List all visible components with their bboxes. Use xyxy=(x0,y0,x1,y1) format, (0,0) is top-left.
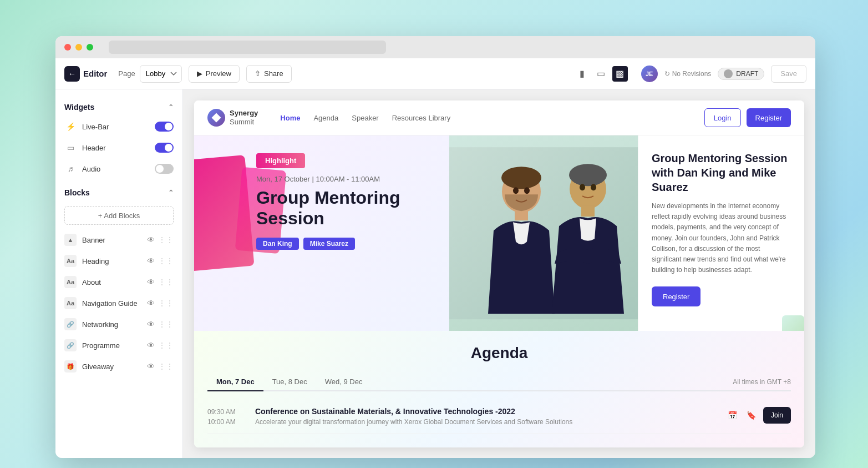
revisions-icon: ↻ xyxy=(664,70,670,78)
heading-block-label: Heading xyxy=(82,257,109,265)
desktop-icon[interactable]: ▩ xyxy=(612,66,628,82)
svg-point-5 xyxy=(524,187,530,194)
minimize-button[interactable] xyxy=(75,44,82,51)
agenda-tabs: Mon, 7 Dec Tue, 8 Dec Wed, 9 Dec All tim… xyxy=(207,373,791,391)
preview-label: Preview xyxy=(206,69,231,78)
agenda-tab-mon[interactable]: Mon, 7 Dec xyxy=(207,373,263,391)
networking-visibility-icon[interactable]: 👁 xyxy=(147,320,155,329)
audio-toggle[interactable] xyxy=(155,164,174,174)
bookmark-icon[interactable]: 🔖 xyxy=(744,408,759,422)
banner-drag-icon[interactable]: ⋮⋮ xyxy=(158,235,174,244)
highlight-badge: Highlight xyxy=(256,153,305,168)
agenda-title: Agenda xyxy=(207,344,791,362)
hero-content: Highlight Mon, 17 October | 10:00AM - 11… xyxy=(212,153,432,250)
login-button[interactable]: Login xyxy=(704,108,741,127)
header-toggle[interactable] xyxy=(155,143,174,153)
share-button[interactable]: ⇧ Share xyxy=(246,65,292,83)
hero-right-title: Group Mentoring Session with Dan King an… xyxy=(652,151,791,194)
blocks-section-header[interactable]: Blocks ⌃ xyxy=(55,184,182,202)
agenda-time: 09:30 AM 10:00 AM xyxy=(207,407,246,427)
add-blocks-button[interactable]: + Add Blocks xyxy=(64,206,174,225)
nav-logo-text: Synergy Summit xyxy=(230,109,258,126)
sidebar-item-audio[interactable]: ♬ Audio xyxy=(55,158,182,179)
heading-drag-icon[interactable]: ⋮⋮ xyxy=(158,256,174,265)
preview-nav: Synergy Summit Home Agenda Speaker Resou… xyxy=(194,100,804,135)
mobile-icon[interactable]: ▮ xyxy=(575,66,590,82)
widgets-section-header[interactable]: Widgets ⌃ xyxy=(55,98,182,116)
svg-point-7 xyxy=(569,164,607,186)
nav-link-speaker[interactable]: Speaker xyxy=(352,114,378,122)
block-item-heading[interactable]: Aa Heading 👁 ⋮⋮ xyxy=(55,250,182,271)
svg-point-10 xyxy=(591,184,596,190)
about-block-label: About xyxy=(82,278,101,286)
audio-icon: ♬ xyxy=(64,163,77,175)
maximize-button[interactable] xyxy=(87,44,93,51)
programme-drag-icon[interactable]: ⋮⋮ xyxy=(158,341,174,350)
blocks-label: Blocks xyxy=(64,188,90,197)
editor-body: Widgets ⌃ ⚡ Live-Bar ▭ Header xyxy=(55,89,815,458)
banner-block-label: Banner xyxy=(82,236,105,244)
preview-button[interactable]: ▶ Preview xyxy=(189,65,240,83)
svg-rect-8 xyxy=(581,205,595,217)
giveaway-drag-icon[interactable]: ⋮⋮ xyxy=(158,362,174,371)
nav-guide-block-icon: Aa xyxy=(64,297,77,309)
nav-guide-block-label: Navigation Guide xyxy=(82,299,138,308)
editor-logo-text: Editor xyxy=(83,69,107,78)
website-preview: Synergy Summit Home Agenda Speaker Resou… xyxy=(194,100,804,447)
livebar-label: Live-Bar xyxy=(82,123,109,131)
hero-register-button[interactable]: Register xyxy=(652,286,701,306)
svg-point-2 xyxy=(501,167,541,189)
agenda-event-title: Conference on Sustainable Materials, & I… xyxy=(255,407,717,416)
draft-toggle[interactable]: DRAFT xyxy=(718,68,764,80)
programme-block-label: Programme xyxy=(82,341,120,350)
timezone-label: All times in GMT +8 xyxy=(733,378,791,386)
header-icon: ▭ xyxy=(64,142,77,154)
editor-logo: ← Editor xyxy=(64,66,107,82)
banner-block-icon: ▲ xyxy=(64,234,77,246)
close-button[interactable] xyxy=(64,44,71,51)
sidebar-item-livebar[interactable]: ⚡ Live-Bar xyxy=(55,116,182,137)
hero-right-desc: New developments in the internet economy… xyxy=(652,201,791,275)
agenda-tab-wed[interactable]: Wed, 9 Dec xyxy=(316,373,372,391)
block-item-about[interactable]: Aa About 👁 ⋮⋮ xyxy=(55,271,182,293)
nav-link-home[interactable]: Home xyxy=(280,114,300,122)
giveaway-visibility-icon[interactable]: 👁 xyxy=(147,362,155,371)
address-bar[interactable] xyxy=(109,41,386,54)
svg-point-4 xyxy=(513,187,519,194)
save-button[interactable]: Save xyxy=(771,65,806,83)
block-item-giveaway[interactable]: 🎁 Giveaway 👁 ⋮⋮ xyxy=(55,356,182,377)
block-item-programme[interactable]: 🔗 Programme 👁 ⋮⋮ xyxy=(55,335,182,356)
nav-guide-visibility-icon[interactable]: 👁 xyxy=(147,299,155,308)
nav-actions: Login Register xyxy=(704,108,791,127)
nav-link-resources[interactable]: Resources Library xyxy=(392,114,451,122)
banner-visibility-icon[interactable]: 👁 xyxy=(147,235,155,244)
page-dropdown[interactable]: Lobby xyxy=(140,65,182,83)
editor-logo-icon: ← xyxy=(64,66,80,82)
hero-left: Highlight Mon, 17 October | 10:00AM - 11… xyxy=(194,135,449,331)
sidebar-item-header[interactable]: ▭ Header xyxy=(55,137,182,158)
programme-visibility-icon[interactable]: 👁 xyxy=(147,341,155,350)
livebar-toggle[interactable] xyxy=(155,122,174,132)
calendar-icon[interactable]: 📅 xyxy=(725,408,740,422)
giveaway-block-label: Giveaway xyxy=(82,363,114,371)
agenda-tab-tue[interactable]: Tue, 8 Dec xyxy=(263,373,316,391)
nav-link-agenda[interactable]: Agenda xyxy=(313,114,338,122)
block-item-networking[interactable]: 🔗 Networking 👁 ⋮⋮ xyxy=(55,314,182,335)
device-icons: ▮ ▭ ▩ xyxy=(575,66,628,82)
about-visibility-icon[interactable]: 👁 xyxy=(147,278,155,286)
join-button[interactable]: Join xyxy=(763,407,791,424)
hero-section: Highlight Mon, 17 October | 10:00AM - 11… xyxy=(194,135,804,331)
networking-drag-icon[interactable]: ⋮⋮ xyxy=(158,320,174,329)
nav-logo-icon xyxy=(207,109,225,127)
tablet-icon[interactable]: ▭ xyxy=(593,66,609,82)
widgets-label: Widgets xyxy=(64,103,94,112)
page-selector: Page Lobby xyxy=(118,65,181,83)
block-item-banner[interactable]: ▲ Banner 👁 ⋮⋮ xyxy=(55,229,182,250)
about-drag-icon[interactable]: ⋮⋮ xyxy=(158,278,174,286)
draft-label: DRAFT xyxy=(736,70,758,78)
register-button[interactable]: Register xyxy=(747,108,791,127)
block-item-navigation-guide[interactable]: Aa Navigation Guide 👁 ⋮⋮ xyxy=(55,293,182,314)
programme-block-icon: 🔗 xyxy=(64,339,77,351)
nav-guide-drag-icon[interactable]: ⋮⋮ xyxy=(158,299,174,308)
heading-visibility-icon[interactable]: 👁 xyxy=(147,256,155,265)
